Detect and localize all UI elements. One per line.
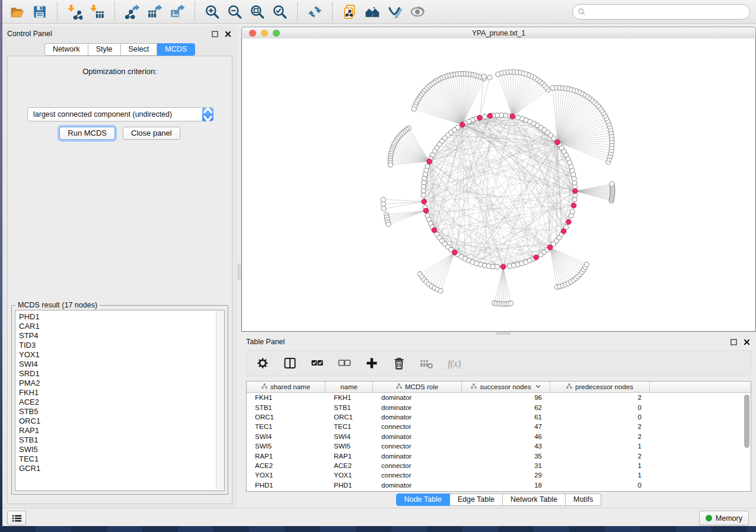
close-panel-icon[interactable]	[224, 30, 232, 39]
share-network-icon[interactable]	[341, 3, 359, 21]
network-node[interactable]	[515, 115, 520, 120]
mcds-node[interactable]	[555, 140, 560, 145]
table-tab-node-table[interactable]: Node Table	[396, 493, 450, 506]
table-row[interactable]: RAP1RAP1dominator352	[247, 451, 751, 460]
import-table-icon[interactable]	[88, 3, 106, 21]
network-leaf-node[interactable]	[487, 75, 492, 80]
tab-style[interactable]: Style	[88, 43, 121, 56]
mcds-node[interactable]	[427, 159, 432, 164]
mcds-node[interactable]	[452, 250, 458, 255]
mcds-result-item[interactable]: FKH1	[19, 388, 224, 398]
network-leaf-node[interactable]	[412, 107, 416, 111]
mcds-result-item[interactable]: STB5	[19, 407, 224, 416]
table-row[interactable]: FKH1FKH1dominator962	[247, 393, 751, 402]
network-leaf-node[interactable]	[584, 262, 589, 267]
mcds-node[interactable]	[423, 208, 429, 213]
network-leaf-node[interactable]	[550, 86, 555, 91]
column-layout-icon[interactable]	[282, 355, 298, 371]
network-node[interactable]	[495, 265, 500, 270]
mcds-result-item[interactable]: STB1	[19, 435, 224, 445]
mcds-node[interactable]	[547, 245, 553, 250]
table-tab-edge-table[interactable]: Edge Table	[450, 493, 503, 506]
table-row[interactable]: YOX1YOX1connector291	[247, 470, 751, 480]
network-leaf-node[interactable]	[388, 162, 393, 167]
close-table-panel-icon[interactable]	[742, 338, 751, 347]
vertical-splitter[interactable]	[237, 27, 241, 508]
table-row[interactable]: SWI5SWI5connector431	[247, 441, 751, 451]
table-row[interactable]: STB1STB1dominator620	[247, 402, 751, 412]
network-leaf-node[interactable]	[381, 202, 385, 207]
window-minimize-button[interactable]	[261, 30, 268, 37]
mcds-node[interactable]	[422, 199, 427, 204]
mcds-result-item[interactable]: CAR1	[19, 322, 224, 331]
network-window-titlebar[interactable]: YPA_prune.txt_1	[241, 27, 756, 40]
gear-icon[interactable]	[255, 355, 270, 371]
task-history-button[interactable]	[7, 511, 26, 525]
network-leaf-node[interactable]	[438, 289, 443, 293]
mcds-result-item[interactable]: TID3	[19, 341, 224, 350]
close-panel-button[interactable]: Close panel	[123, 127, 180, 140]
add-icon[interactable]	[364, 355, 379, 371]
column-header-shared-name[interactable]: shared name	[247, 382, 326, 392]
delete-icon[interactable]	[391, 355, 407, 371]
mcds-result-item[interactable]: RAP1	[19, 426, 224, 435]
mcds-node[interactable]	[561, 229, 566, 234]
import-network-icon[interactable]	[66, 3, 84, 21]
table-tab-network-table[interactable]: Network Table	[503, 493, 566, 506]
network-leaf-node[interactable]	[496, 72, 500, 77]
table-scrollbar-thumb[interactable]	[744, 395, 749, 448]
float-panel-icon[interactable]	[210, 30, 219, 39]
window-close-button[interactable]	[249, 30, 256, 37]
select-all-icon[interactable]	[310, 355, 325, 371]
table-tab-motifs[interactable]: Motifs	[566, 493, 601, 506]
zoom-fit-icon[interactable]	[248, 3, 266, 21]
mcds-node[interactable]	[566, 219, 572, 225]
window-maximize-button[interactable]	[273, 30, 280, 37]
network-leaf-node[interactable]	[481, 74, 486, 79]
mcds-node[interactable]	[534, 255, 539, 260]
network-node[interactable]	[483, 114, 487, 119]
table-row[interactable]: ORC1ORC1dominator610	[247, 412, 751, 422]
column-header-successor-nodes[interactable]: successor nodes	[462, 382, 550, 392]
mcds-result-item[interactable]: SRD1	[19, 369, 224, 379]
list-scrollbar[interactable]	[216, 310, 224, 491]
bird-eye-icon[interactable]	[409, 3, 426, 21]
mcds-node[interactable]	[510, 114, 515, 119]
mcds-result-item[interactable]: PMA2	[19, 379, 224, 388]
export-image-icon[interactable]	[168, 3, 186, 21]
run-mcds-button[interactable]: Run MCDS	[59, 127, 115, 140]
mcds-node[interactable]	[432, 227, 437, 233]
network-node[interactable]	[421, 193, 426, 198]
tab-mcds[interactable]: MCDS	[157, 43, 195, 56]
mcds-result-item[interactable]: SWI5	[19, 445, 224, 454]
export-network-icon[interactable]	[123, 3, 141, 21]
deselect-all-icon[interactable]	[337, 355, 352, 371]
mcds-result-item[interactable]: STP4	[19, 331, 224, 341]
table-row[interactable]: PHD1PHD1dominator180	[247, 480, 751, 490]
home-icon[interactable]	[363, 3, 381, 21]
mcds-node[interactable]	[573, 188, 578, 194]
tab-select[interactable]: Select	[121, 43, 158, 56]
table-row[interactable]: ACE2ACE2connector311	[247, 461, 751, 470]
zoom-selected-icon[interactable]	[271, 3, 289, 21]
refresh-icon[interactable]	[306, 3, 324, 21]
network-node[interactable]	[570, 209, 575, 214]
mcds-node[interactable]	[460, 122, 465, 127]
zoom-out-icon[interactable]	[226, 3, 244, 21]
mcds-result-item[interactable]: SWI4	[19, 360, 224, 369]
search-input[interactable]	[589, 7, 749, 17]
criterion-select[interactable]: largest connected component (undirected)	[27, 107, 213, 121]
network-canvas[interactable]	[242, 39, 755, 331]
mcds-result-item[interactable]: GCR1	[19, 464, 224, 473]
network-leaf-node[interactable]	[381, 197, 385, 202]
network-leaf-node[interactable]	[381, 206, 386, 211]
zoom-in-icon[interactable]	[203, 3, 221, 21]
memory-button[interactable]: Memory	[699, 511, 749, 525]
mcds-node[interactable]	[571, 203, 576, 209]
annotation-icon[interactable]	[386, 3, 404, 21]
export-table-icon[interactable]	[146, 3, 164, 21]
column-header-name[interactable]: name	[326, 382, 373, 392]
float-table-panel-icon[interactable]	[729, 338, 738, 347]
network-leaf-node[interactable]	[509, 301, 513, 306]
mcds-result-item[interactable]: TEC1	[19, 454, 224, 464]
